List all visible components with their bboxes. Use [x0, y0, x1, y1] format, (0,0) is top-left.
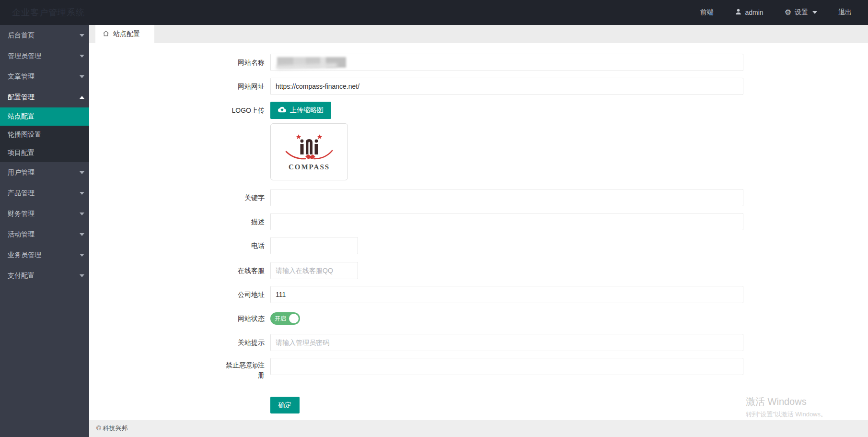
tab-bar: 站点配置 [89, 25, 868, 43]
compass-logo-text: COMPASS [289, 163, 330, 171]
sidebar-nav: 后台首页 管理员管理 文章管理 配置管理 站点配置 轮播图设置 项目配置 [0, 25, 89, 437]
submenu-item-site-config[interactable]: 站点配置 [0, 107, 89, 126]
chevron-down-icon [80, 171, 84, 174]
phone-label: 电话 [89, 237, 270, 254]
description-label: 描述 [89, 213, 270, 230]
config-submenu: 站点配置 轮播图设置 项目配置 [0, 107, 89, 162]
submenu-item-label: 站点配置 [8, 112, 35, 121]
chevron-down-icon [80, 34, 84, 37]
sidebar-item-products[interactable]: 产品管理 [0, 183, 89, 203]
sidebar-item-label: 产品管理 [8, 189, 35, 198]
top-header: 企业客户管理系统 前端 admin ⚙ 设置 退出 [0, 0, 868, 25]
sidebar-item-salesmen[interactable]: 业务员管理 [0, 245, 89, 265]
ban-ip-label: 禁止恶意ip注册 [89, 358, 270, 380]
user-menu[interactable]: admin [735, 8, 764, 17]
sidebar-item-label: 财务管理 [8, 210, 35, 218]
sidebar-item-label: 后台首页 [8, 31, 35, 40]
site-url-input[interactable] [270, 78, 743, 95]
sidebar-item-label: 活动管理 [8, 230, 35, 239]
frontend-link[interactable]: 前端 [700, 8, 714, 17]
site-config-form: 网站名称 网站网址 [89, 43, 868, 413]
upload-thumbnail-button[interactable]: 上传缩略图 [270, 102, 331, 119]
header-nav: 前端 admin ⚙ 设置 退出 [700, 8, 852, 17]
footer-bar: © 科技兴邦 [89, 420, 868, 437]
logo-thumbnail: COMPASS [270, 123, 348, 180]
tab-site-config[interactable]: 站点配置 [95, 25, 154, 43]
sidebar-item-label: 支付配置 [8, 272, 35, 280]
upload-button-label: 上传缩略图 [290, 106, 324, 115]
chevron-down-icon [80, 274, 84, 277]
description-input[interactable] [270, 213, 743, 230]
chevron-down-icon [80, 254, 84, 257]
logo-upload-label: LOGO上传 [89, 102, 270, 180]
chevron-down-icon [80, 55, 84, 58]
keywords-label: 关键字 [89, 189, 270, 206]
confirm-button[interactable]: 确定 [270, 397, 300, 413]
company-address-input[interactable] [270, 286, 743, 303]
main-area: 站点配置 网站名称 [89, 25, 868, 437]
chevron-down-icon [80, 75, 84, 78]
sidebar-item-admins[interactable]: 管理员管理 [0, 46, 89, 66]
compass-logo-icon [284, 132, 334, 162]
chevron-up-icon [80, 96, 84, 99]
logout-label: 退出 [838, 8, 852, 17]
sidebar-item-label: 配置管理 [8, 93, 35, 102]
frontend-link-label: 前端 [700, 8, 714, 17]
online-service-input[interactable] [270, 262, 358, 279]
toggle-on-label: 开启 [275, 315, 286, 323]
site-url-label: 网站网址 [89, 78, 270, 95]
content-panel: 网站名称 网站网址 [89, 43, 868, 420]
sidebar-item-label: 用户管理 [8, 168, 35, 177]
keywords-input[interactable] [270, 189, 743, 206]
submenu-item-project-config[interactable]: 项目配置 [0, 144, 89, 162]
admin-app: 企业客户管理系统 前端 admin ⚙ 设置 退出 后台首页 [0, 0, 868, 437]
sidebar-item-finance[interactable]: 财务管理 [0, 203, 89, 224]
home-icon [103, 30, 109, 38]
company-address-label: 公司地址 [89, 286, 270, 303]
phone-input[interactable] [270, 237, 358, 254]
submenu-item-label: 轮播图设置 [8, 130, 41, 139]
sidebar-item-activities[interactable]: 活动管理 [0, 224, 89, 245]
sidebar-item-users[interactable]: 用户管理 [0, 162, 89, 183]
site-status-label: 网站状态 [89, 310, 270, 327]
ban-ip-input[interactable] [270, 358, 743, 375]
caret-down-icon [812, 11, 817, 14]
sidebar-item-dashboard[interactable]: 后台首页 [0, 25, 89, 46]
submenu-item-label: 项目配置 [8, 149, 35, 157]
logout-button[interactable]: 退出 [838, 8, 852, 17]
sidebar-item-config[interactable]: 配置管理 [0, 87, 89, 107]
toggle-knob [289, 314, 299, 323]
username-label: admin [745, 9, 764, 16]
site-name-label: 网站名称 [89, 54, 270, 71]
copyright-text: © 科技兴邦 [96, 424, 127, 433]
cloud-upload-icon [278, 106, 286, 115]
settings-label: 设置 [795, 8, 808, 17]
close-tip-input[interactable] [270, 334, 743, 351]
chevron-down-icon [80, 192, 84, 195]
chevron-down-icon [80, 233, 84, 236]
gear-icon: ⚙ [785, 9, 791, 16]
sidebar-item-payment[interactable]: 支付配置 [0, 265, 89, 286]
sidebar-item-articles[interactable]: 文章管理 [0, 66, 89, 87]
site-name-input[interactable] [270, 54, 743, 71]
close-tip-label: 关站提示 [89, 334, 270, 351]
sidebar-item-label: 管理员管理 [8, 52, 41, 60]
settings-menu[interactable]: ⚙ 设置 [785, 8, 817, 17]
online-service-label: 在线客服 [89, 262, 270, 279]
site-status-toggle[interactable]: 开启 [270, 312, 300, 325]
submenu-item-banner-config[interactable]: 轮播图设置 [0, 126, 89, 144]
tab-label: 站点配置 [113, 30, 140, 38]
sidebar-item-label: 文章管理 [8, 72, 35, 81]
sidebar-item-label: 业务员管理 [8, 251, 41, 260]
chevron-down-icon [80, 213, 84, 215]
app-title: 企业客户管理系统 [12, 7, 85, 18]
user-icon [735, 8, 742, 17]
